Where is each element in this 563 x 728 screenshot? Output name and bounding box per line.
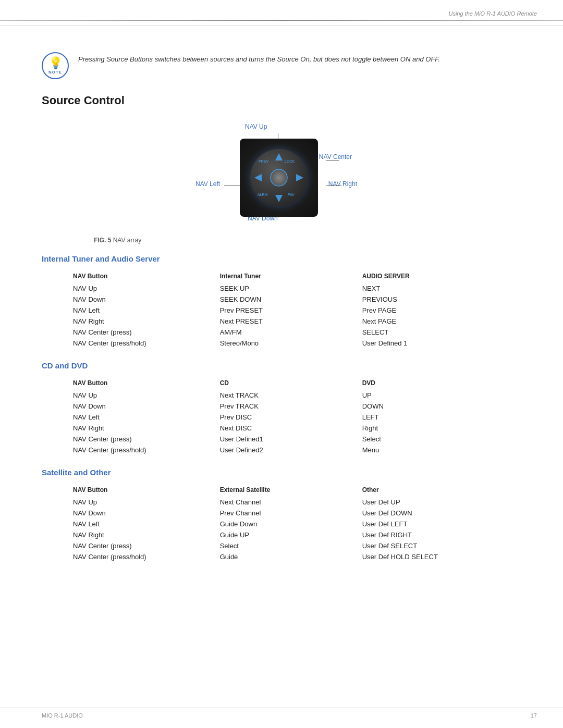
svg-marker-3 [296, 174, 303, 181]
table-cell: User Def RIGHT [358, 529, 516, 540]
table-cell: NAV Right [42, 423, 216, 434]
table-cell: Prev Channel [216, 508, 358, 519]
svg-text:ALRM: ALRM [258, 193, 268, 196]
svg-text:FAV: FAV [288, 193, 295, 196]
table-cell: Prev PAGE [358, 305, 516, 316]
table-cell: Next TRACK [216, 390, 358, 401]
internal-tuner-title: Internal Tuner and Audio Server [42, 254, 516, 263]
table-cell: NAV Left [42, 305, 216, 316]
table-cell: Select [216, 540, 358, 551]
sat-col3-header: Other [358, 484, 516, 497]
table-cell: Guide Down [216, 519, 358, 529]
top-rule [0, 20, 563, 21]
table-cell: Select [358, 434, 516, 445]
it-col3-header: AUDIO SERVER [358, 270, 516, 283]
cd-dvd-title: CD and DVD [42, 361, 516, 370]
table-cell: NAV Left [42, 519, 216, 529]
table-cell: NAV Up [42, 390, 216, 401]
table-cell: NAV Center (press) [42, 540, 216, 551]
internal-tuner-table: NAV Button Internal Tuner AUDIO SERVER N… [42, 270, 516, 349]
fig-text: NAV array [111, 237, 141, 244]
table-cell: User Def LEFT [358, 519, 516, 529]
table-row: NAV Center (press/hold)Stereo/MonoUser D… [42, 338, 516, 349]
table-cell: User Def HOLD SELECT [358, 551, 516, 562]
svg-text:LOCK: LOCK [285, 159, 295, 163]
table-cell: NAV Up [42, 283, 216, 294]
table-cell: Menu [358, 445, 516, 455]
svg-marker-0 [275, 153, 283, 161]
bottom-rule [0, 708, 563, 708]
table-cell: User Def UP [358, 497, 516, 508]
note-box: 💡 NOTE Pressing Source Buttons switches … [42, 52, 516, 79]
table-row: NAV Center (press/hold)User Defined2Menu [42, 445, 516, 455]
table-cell: NAV Left [42, 412, 216, 423]
sat-col1-header: NAV Button [42, 484, 216, 497]
table-cell: NAV Up [42, 497, 216, 508]
bulb-icon: 💡 [48, 57, 63, 69]
table-row: NAV Center (press)User Defined1Select [42, 434, 516, 445]
table-cell: NAV Center (press) [42, 327, 216, 338]
table-row: NAV LeftPrev DISCLEFT [42, 412, 516, 423]
table-cell: Next DISC [216, 423, 358, 434]
table-row: NAV UpSEEK UPNEXT [42, 283, 516, 294]
header-line [0, 25, 563, 26]
table-row: NAV RightGuide UPUser Def RIGHT [42, 529, 516, 540]
table-row: NAV UpNext ChannelUser Def UP [42, 497, 516, 508]
nav-arrows-svg: PREV LOCK ALRM FAV [250, 149, 308, 206]
table-cell: NAV Down [42, 508, 216, 519]
table-cell: User Defined2 [216, 445, 358, 455]
table-row: NAV LeftPrev PRESETPrev PAGE [42, 305, 516, 316]
table-row: NAV DownPrev ChannelUser Def DOWN [42, 508, 516, 519]
table-cell: Guide [216, 551, 358, 562]
table-row: NAV Center (press/hold)GuideUser Def HOL… [42, 551, 516, 562]
svg-point-5 [275, 174, 283, 182]
table-cell: NAV Center (press) [42, 434, 216, 445]
table-cell: AM/FM [216, 327, 358, 338]
table-cell: Prev PRESET [216, 305, 358, 316]
satellite-table: NAV Button External Satellite Other NAV … [42, 484, 516, 562]
note-text: Pressing Source Buttons switches between… [78, 52, 440, 65]
note-icon: 💡 NOTE [42, 52, 69, 79]
nav-left-label: NAV Left [195, 180, 220, 188]
table-cell: SEEK DOWN [216, 294, 358, 305]
cd-dvd-table: NAV Button CD DVD NAV UpNext TRACKUPNAV … [42, 377, 516, 455]
svg-marker-2 [254, 174, 262, 181]
table-row: NAV DownPrev TRACKDOWN [42, 401, 516, 412]
line-left [224, 186, 240, 186]
svg-text:PREV: PREV [259, 159, 268, 163]
nav-diagram-container: NAV Up NAV Center NAV Left NAV Right NAV… [42, 118, 516, 232]
table-row: NAV Center (press)AM/FMSELECT [42, 327, 516, 338]
table-cell: Guide UP [216, 529, 358, 540]
nav-image: PREV LOCK ALRM FAV [240, 139, 318, 217]
line-center [326, 161, 339, 161]
table-cell: NAV Right [42, 316, 216, 327]
nav-center-label: NAV Center [319, 153, 352, 161]
table-cell: User Defined 1 [358, 338, 516, 349]
nav-up-label: NAV Up [245, 123, 267, 130]
note-label: NOTE [48, 70, 62, 75]
line-right [326, 186, 341, 186]
table-cell: User Def DOWN [358, 508, 516, 519]
header-title: Using the MiO R-1 AUDIO Remote [448, 10, 537, 17]
cd-col2-header: CD [216, 377, 358, 390]
table-cell: PREVIOUS [358, 294, 516, 305]
svg-point-4 [271, 169, 287, 186]
nav-right-label: NAV Right [328, 180, 357, 188]
page-content: 💡 NOTE Pressing Source Buttons switches … [0, 10, 563, 606]
fig-number: FIG. 5 [94, 237, 111, 244]
sat-col2-header: External Satellite [216, 484, 358, 497]
fig-caption: FIG. 5 NAV array [42, 237, 516, 244]
table-cell: NAV Center (press/hold) [42, 551, 216, 562]
table-cell: Right [358, 423, 516, 434]
table-cell: Prev TRACK [216, 401, 358, 412]
table-cell: User Def SELECT [358, 540, 516, 551]
table-cell: NAV Center (press/hold) [42, 445, 216, 455]
table-row: NAV DownSEEK DOWNPREVIOUS [42, 294, 516, 305]
table-row: NAV LeftGuide DownUser Def LEFT [42, 519, 516, 529]
table-cell: Stereo/Mono [216, 338, 358, 349]
table-row: NAV RightNext DISCRight [42, 423, 516, 434]
table-cell: NAV Down [42, 294, 216, 305]
table-cell: Next PAGE [358, 316, 516, 327]
nav-image-inner: PREV LOCK ALRM FAV [250, 149, 308, 206]
nav-diagram: NAV Up NAV Center NAV Left NAV Right NAV… [190, 118, 368, 232]
